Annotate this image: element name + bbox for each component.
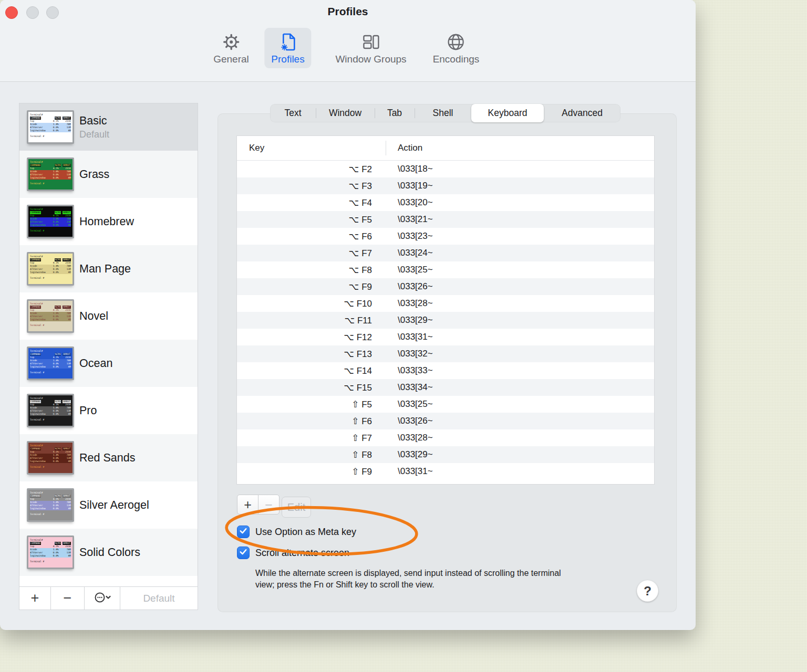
table-row[interactable]: ⌥ F14 \033[33~ bbox=[237, 362, 654, 379]
profile-list-item[interactable]: Terminal# COMMAND%CPURPRVT top4.1%231KXc… bbox=[19, 103, 198, 151]
toolbar-item-profiles[interactable]: Profiles bbox=[264, 28, 311, 68]
table-row[interactable]: ⌥ F11 \033[29~ bbox=[237, 312, 654, 329]
sidebar-footer: + − Default bbox=[19, 586, 198, 610]
toolbar-label: Profiles bbox=[271, 54, 304, 65]
keybinding-action: \033[33~ bbox=[398, 365, 433, 376]
table-row[interactable]: ⇧ F6 \033[26~ bbox=[237, 413, 654, 429]
remove-profile-button[interactable]: − bbox=[51, 587, 85, 610]
add-profile-button[interactable]: + bbox=[19, 587, 51, 610]
table-row[interactable]: ⌥ F5 \033[21~ bbox=[237, 211, 654, 228]
table-row[interactable]: ⌥ F8 \033[25~ bbox=[237, 261, 654, 278]
set-default-button[interactable]: Default bbox=[120, 587, 198, 610]
profile-list-item[interactable]: Terminal# COMMAND%CPURPRVT top4.1%231KXc… bbox=[19, 434, 198, 481]
gear-icon bbox=[221, 32, 241, 52]
profile-tab-bar: Text Window Tab Shell Keyboard Advanced bbox=[270, 104, 620, 122]
keybinding-action: \033[29~ bbox=[398, 315, 433, 326]
column-divider bbox=[386, 141, 386, 155]
keybinding-action: \033[25~ bbox=[398, 399, 433, 410]
checkbox-label[interactable]: Scroll alternate screen bbox=[255, 548, 349, 559]
keybinding-key: ⌥ F9 bbox=[237, 281, 372, 292]
window-chrome: Profiles General bbox=[0, 0, 696, 82]
table-row[interactable]: ⌥ F10 \033[28~ bbox=[237, 295, 654, 312]
table-row[interactable]: ⌥ F9 \033[26~ bbox=[237, 278, 654, 295]
ellipsis-circle-chevron-icon bbox=[94, 591, 111, 606]
toolbar-item-window-groups[interactable]: Window Groups bbox=[328, 28, 413, 68]
window-title: Profiles bbox=[0, 5, 696, 18]
profile-name: Basic bbox=[79, 114, 109, 128]
table-row[interactable]: ⌥ F4 \033[20~ bbox=[237, 194, 654, 211]
tab-shell[interactable]: Shell bbox=[415, 104, 471, 122]
profile-name: Novel bbox=[79, 310, 108, 323]
table-row[interactable]: ⌥ F3 \033[19~ bbox=[237, 177, 654, 194]
keybinding-key: ⌥ F10 bbox=[237, 298, 372, 309]
keybinding-key: ⌥ F13 bbox=[237, 349, 372, 360]
profile-list-item[interactable]: Terminal# COMMAND%CPURPRVT top4.1%231KXc… bbox=[19, 529, 198, 576]
table-row[interactable]: ⌥ F6 \033[23~ bbox=[237, 228, 654, 245]
profile-document-icon bbox=[278, 32, 298, 52]
profile-name: Man Page bbox=[79, 262, 131, 276]
toolbar-item-encodings[interactable]: Encodings bbox=[426, 28, 487, 68]
profile-list-item[interactable]: Terminal# COMMAND%CPURPRVT top4.1%231KXc… bbox=[19, 292, 198, 340]
profile-list-item[interactable]: Terminal# COMMAND%CPURPRVT top4.1%231KXc… bbox=[19, 481, 198, 529]
table-row[interactable]: ⌥ F13 \033[32~ bbox=[237, 345, 654, 362]
keybinding-key: ⌥ F8 bbox=[237, 265, 372, 276]
profile-name: Ocean bbox=[79, 357, 112, 370]
tab-advanced[interactable]: Advanced bbox=[544, 104, 620, 122]
table-row[interactable]: ⇧ F8 \033[29~ bbox=[237, 446, 654, 463]
table-row[interactable]: ⇧ F7 \033[28~ bbox=[237, 429, 654, 446]
thumbnail-terminal-preview: Terminal# COMMAND%CPURPRVT top4.1%231KXc… bbox=[28, 443, 73, 470]
thumbnail-terminal-preview: Terminal# COMMAND%CPURPRVT top4.1%231KXc… bbox=[28, 206, 73, 234]
table-row[interactable]: ⇧ F9 \033[31~ bbox=[237, 463, 654, 480]
profile-thumbnail: Terminal# COMMAND%CPURPRVT top4.1%231KXc… bbox=[27, 110, 74, 144]
scroll-alternate-screen-checkbox[interactable] bbox=[237, 547, 250, 559]
toolbar-label: Encodings bbox=[433, 54, 480, 65]
remove-keybinding-button[interactable]: − bbox=[258, 495, 280, 514]
profile-actions-menu-button[interactable] bbox=[85, 587, 120, 610]
profile-list-item[interactable]: Terminal# COMMAND%CPURPRVT top4.1%231KXc… bbox=[19, 387, 198, 434]
keybinding-action: \033[23~ bbox=[398, 231, 433, 242]
table-row[interactable]: ⇧ F5 \033[25~ bbox=[237, 396, 654, 413]
profile-thumbnail: Terminal# COMMAND%CPURPRVT top4.1%231KXc… bbox=[27, 299, 74, 333]
profile-thumbnail: Terminal# COMMAND%CPURPRVT top4.1%231KXc… bbox=[27, 252, 74, 286]
alternate-screen-help-text: While the alternate screen is displayed,… bbox=[255, 568, 565, 590]
tab-tab[interactable]: Tab bbox=[375, 104, 415, 122]
profile-list-item[interactable]: Terminal# COMMAND%CPURPRVT top4.1%231KXc… bbox=[19, 340, 198, 387]
keybinding-action: \033[21~ bbox=[398, 214, 433, 225]
keybinding-key: ⌥ F2 bbox=[237, 164, 372, 175]
tab-window[interactable]: Window bbox=[316, 104, 375, 122]
profile-name: Homebrew bbox=[79, 215, 134, 228]
table-row[interactable]: ⌥ F15 \033[34~ bbox=[237, 379, 654, 396]
profile-list: Terminal# COMMAND%CPURPRVT top4.1%231KXc… bbox=[19, 103, 198, 586]
profile-name: Silver Aerogel bbox=[79, 499, 149, 512]
profile-subtitle: Default bbox=[79, 129, 109, 140]
window-groups-icon bbox=[361, 32, 381, 52]
profile-list-item[interactable]: Terminal# COMMAND%CPURPRVT top4.1%231KXc… bbox=[19, 198, 198, 245]
keybinding-key: ⌥ F14 bbox=[237, 365, 372, 376]
profile-thumbnail: Terminal# COMMAND%CPURPRVT top4.1%231KXc… bbox=[27, 441, 74, 475]
use-option-as-meta-key-checkbox[interactable] bbox=[237, 526, 250, 538]
table-row[interactable]: ⌥ F12 \033[31~ bbox=[237, 329, 654, 345]
profile-thumbnail: Terminal# COMMAND%CPURPRVT top4.1%231KXc… bbox=[27, 346, 74, 380]
table-row[interactable]: ⌥ F2 \033[18~ bbox=[237, 161, 654, 177]
profile-thumbnail: Terminal# COMMAND%CPURPRVT top4.1%231KXc… bbox=[27, 394, 74, 427]
profile-list-item[interactable]: Terminal# COMMAND%CPURPRVT top4.1%231KXc… bbox=[19, 151, 198, 198]
keybinding-action: \033[19~ bbox=[398, 181, 433, 191]
keybinding-table-body: ⌥ F2 \033[18~ ⌥ F3 \033[19~ ⌥ F4 \033[20… bbox=[237, 161, 654, 480]
checkbox-label[interactable]: Use Option as Meta key bbox=[255, 527, 356, 538]
toolbar-item-general[interactable]: General bbox=[206, 28, 256, 68]
keybinding-table: Key Action ⌥ F2 \033[18~ ⌥ F3 \033[19~ ⌥… bbox=[236, 135, 655, 485]
keybinding-key: ⌥ F6 bbox=[237, 231, 372, 242]
profile-name: Red Sands bbox=[79, 452, 135, 465]
help-button[interactable]: ? bbox=[637, 580, 658, 602]
profile-thumbnail: Terminal# COMMAND%CPURPRVT top4.1%231KXc… bbox=[27, 158, 74, 191]
keybinding-action: \033[18~ bbox=[398, 164, 433, 174]
tab-text[interactable]: Text bbox=[270, 104, 316, 122]
keybinding-action: \033[28~ bbox=[398, 298, 433, 309]
profile-list-item[interactable]: Terminal# COMMAND%CPURPRVT top4.1%231KXc… bbox=[19, 245, 198, 292]
keybinding-action: \033[34~ bbox=[398, 382, 433, 393]
edit-keybinding-button[interactable]: Edit bbox=[282, 497, 311, 518]
tab-keyboard[interactable]: Keyboard bbox=[471, 104, 544, 122]
add-keybinding-button[interactable]: + bbox=[237, 495, 258, 514]
table-row[interactable]: ⌥ F7 \033[24~ bbox=[237, 245, 654, 261]
keybinding-key: ⌥ F3 bbox=[237, 181, 372, 192]
